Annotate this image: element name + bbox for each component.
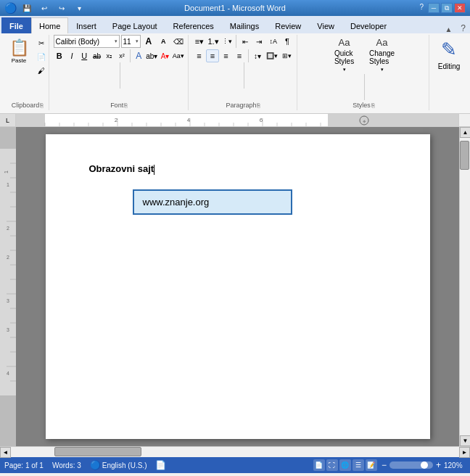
title-bar-controls: ? ─ ⧉ ✕ xyxy=(419,3,466,13)
borders-btn[interactable]: ⊞▾ xyxy=(280,49,294,62)
svg-rect-2 xyxy=(328,114,458,126)
title-bar-left: 🔵 💾 ↩ ↪ ▾ xyxy=(4,1,86,15)
align-right-btn[interactable]: ≡ xyxy=(220,49,232,62)
help-icon[interactable]: ? xyxy=(419,3,424,13)
text-effects-btn[interactable]: A xyxy=(133,49,144,62)
font-expand-icon[interactable]: ⎘ xyxy=(124,102,128,109)
svg-text:3: 3 xyxy=(7,327,9,332)
web-layout-btn[interactable]: 🌐 xyxy=(339,459,351,471)
tab-insert[interactable]: Insert xyxy=(68,17,104,33)
zoom-out-btn[interactable]: − xyxy=(382,460,387,470)
subscript-btn[interactable]: x₂ xyxy=(104,49,115,62)
highlight-btn[interactable]: ab▾ xyxy=(145,49,158,62)
strikethrough-btn[interactable]: ab xyxy=(91,49,102,62)
svg-rect-29 xyxy=(0,127,16,149)
close-btn[interactable]: ✕ xyxy=(454,3,466,13)
tab-developer[interactable]: Developer xyxy=(342,17,395,33)
undo-qa-btn[interactable]: ↩ xyxy=(37,1,51,15)
hscroll-thumb[interactable] xyxy=(54,447,141,456)
status-left: Page: 1 of 1 Words: 3 🔵 English (U.S.) 📄 xyxy=(4,460,166,470)
cut-btn[interactable]: ✂ xyxy=(33,36,49,49)
quick-styles-btn[interactable]: Aa QuickStyles ▾ xyxy=(327,35,362,74)
document-link-box[interactable]: www.znanje.org xyxy=(133,189,292,215)
shading-btn[interactable]: 🔲▾ xyxy=(265,49,279,62)
ribbon-tab-row: File Home Insert Page Layout References … xyxy=(0,16,470,33)
multilevel-btn[interactable]: ⋮▾ xyxy=(220,35,234,48)
center-btn[interactable]: ≡ xyxy=(206,49,218,62)
grow-font-btn[interactable]: A xyxy=(142,35,155,48)
full-screen-btn[interactable]: ⛶ xyxy=(326,459,338,471)
restore-btn[interactable]: ⧉ xyxy=(441,3,453,13)
zoom-level[interactable]: 120% xyxy=(444,461,466,469)
redo-qa-btn[interactable]: ↪ xyxy=(54,1,69,15)
tab-page-layout[interactable]: Page Layout xyxy=(104,17,165,33)
font-color-btn[interactable]: A▾ xyxy=(159,49,170,62)
styles-expand-icon[interactable]: ⎘ xyxy=(371,102,375,109)
print-layout-btn[interactable]: 📄 xyxy=(313,459,325,471)
align-left-btn[interactable]: ≡ xyxy=(193,49,205,62)
outline-btn[interactable]: ☰ xyxy=(352,459,364,471)
bullets-btn[interactable]: ≡▾ xyxy=(193,35,206,48)
zoom-thumb xyxy=(421,461,428,469)
font-size-value: 11 xyxy=(123,38,131,46)
hscroll-left-btn[interactable]: ◄ xyxy=(0,447,11,458)
document-view-icon[interactable]: 📄 xyxy=(155,460,166,470)
zoom-slider[interactable] xyxy=(389,461,433,469)
copy-btn[interactable]: 📄 xyxy=(33,50,49,63)
paragraph-group: ≡▾ 1.▾ ⋮▾ ⇤ ⇥ ↕A ¶ ≡ ≡ ≡ ≡ ↕▾ 🔲▾ ⊞▾ Para xyxy=(190,35,297,110)
line-spacing-btn[interactable]: ↕▾ xyxy=(251,49,265,62)
justify-btn[interactable]: ≡ xyxy=(233,49,245,62)
hscroll-track[interactable] xyxy=(11,447,459,457)
editing-btn[interactable]: ✎ Editing xyxy=(431,35,467,74)
ruler-corner: L xyxy=(0,114,16,126)
tab-file[interactable]: File xyxy=(1,17,31,33)
scroll-thumb[interactable] xyxy=(460,141,469,170)
help-ribbon-btn[interactable]: ? xyxy=(456,23,470,33)
hscroll-right-btn[interactable]: ► xyxy=(459,447,470,458)
minimize-btn[interactable]: ─ xyxy=(428,3,440,13)
link-text: www.znanje.org xyxy=(143,197,210,208)
change-case-btn[interactable]: Aa▾ xyxy=(172,49,185,62)
svg-rect-1 xyxy=(16,114,45,126)
status-right: 📄 ⛶ 🌐 ☰ 📝 − + 120% xyxy=(313,459,466,471)
scroll-track[interactable] xyxy=(460,138,470,435)
italic-btn[interactable]: I xyxy=(66,49,78,62)
shrink-font-btn[interactable]: A xyxy=(157,35,170,48)
show-hide-btn[interactable]: ¶ xyxy=(281,35,294,48)
status-bar: Page: 1 of 1 Words: 3 🔵 English (U.S.) 📄… xyxy=(0,457,470,473)
scroll-up-btn[interactable]: ▲ xyxy=(460,127,470,138)
document-page: Obrazovni sajt www.znanje.org xyxy=(46,134,430,439)
para-expand-icon[interactable]: ⎘ xyxy=(257,102,260,109)
tab-home[interactable]: Home xyxy=(31,17,68,33)
decrease-indent-btn[interactable]: ⇤ xyxy=(239,35,252,48)
language-indicator[interactable]: 🔵 English (U.S.) xyxy=(90,460,147,470)
svg-text:1: 1 xyxy=(4,171,9,173)
tab-references[interactable]: References xyxy=(165,17,222,33)
draft-btn[interactable]: 📝 xyxy=(366,459,377,471)
customize-qa-btn[interactable]: ▾ xyxy=(72,1,86,15)
save-qa-btn[interactable]: 💾 xyxy=(20,1,34,15)
numbering-btn[interactable]: 1.▾ xyxy=(207,35,220,48)
clear-format-btn[interactable]: ⌫ xyxy=(171,35,184,48)
format-painter-btn[interactable]: 🖌 xyxy=(33,64,49,77)
svg-text:3: 3 xyxy=(7,298,9,303)
scroll-down-btn[interactable]: ▼ xyxy=(460,435,470,446)
bold-btn[interactable]: B xyxy=(54,49,65,62)
tab-mailings[interactable]: Mailings xyxy=(222,17,267,33)
tab-review[interactable]: Review xyxy=(267,17,309,33)
collapse-ribbon-btn[interactable]: ▲ xyxy=(440,25,456,33)
increase-indent-btn[interactable]: ⇥ xyxy=(252,35,265,48)
change-styles-btn[interactable]: Aa ChangeStyles ▾ xyxy=(363,35,401,74)
sort-btn[interactable]: ↕A xyxy=(267,35,280,48)
font-size-combo[interactable]: 11 ▾ xyxy=(121,35,141,48)
font-group: Calibri (Body) ▾ 11 ▾ A A ⌫ B I U ab x₂ … xyxy=(51,35,189,110)
text-cursor xyxy=(154,165,154,175)
font-name-combo[interactable]: Calibri (Body) ▾ xyxy=(54,35,120,48)
paste-btn[interactable]: 📋 Paste xyxy=(6,35,32,67)
underline-btn[interactable]: U xyxy=(78,49,90,62)
clipboard-expand-icon[interactable]: ⎘ xyxy=(40,102,44,109)
zoom-in-btn[interactable]: + xyxy=(436,460,441,470)
superscript-btn[interactable]: x² xyxy=(116,49,128,62)
editing-label: Editing xyxy=(438,62,461,70)
tab-view[interactable]: View xyxy=(309,17,342,33)
